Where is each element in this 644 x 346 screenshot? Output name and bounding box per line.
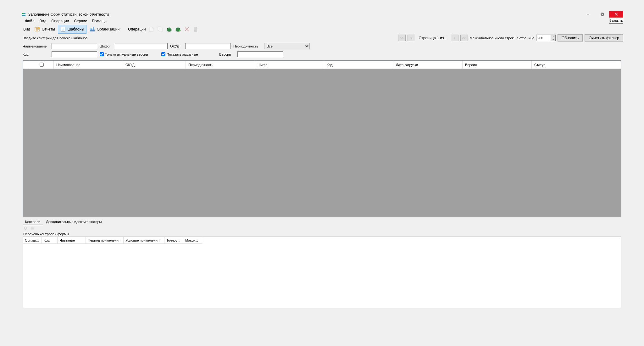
op-new-icon-button[interactable] bbox=[147, 25, 156, 33]
refresh-button[interactable]: Обновить bbox=[558, 34, 583, 42]
bottom-tabs: Контроли Дополнительные идентификаторы bbox=[21, 217, 623, 225]
filter-okud-label: ОКУД bbox=[170, 44, 183, 48]
pager-last-button[interactable]: >> bbox=[460, 35, 468, 41]
menu-help[interactable]: Помощь bbox=[89, 18, 109, 24]
window-title: Заполнение форм статистической отчётност… bbox=[28, 12, 109, 17]
templates-grid: Наименование ОКУД Периодичность Шифр Код… bbox=[23, 60, 621, 217]
toolbar-ops-label: Операции bbox=[127, 27, 147, 31]
toolbar-templates-label: Шаблоны bbox=[68, 27, 84, 31]
filter-version-label: Версия bbox=[219, 53, 235, 56]
filter-row-1: Наименование Шифр ОКУД Периодичность Все bbox=[21, 42, 623, 50]
refresh-controls-icon[interactable] bbox=[23, 226, 28, 231]
max-rows-spinner[interactable]: ▲ ▼ bbox=[536, 35, 556, 41]
pager-page-text: Страница 1 из 1 bbox=[417, 36, 449, 40]
ctrl-col-period[interactable]: Период применения bbox=[86, 237, 124, 244]
op-trash-icon-button[interactable] bbox=[192, 25, 200, 33]
grid-col-version[interactable]: Версия bbox=[463, 61, 532, 69]
grid-col-okud[interactable]: ОКУД bbox=[123, 61, 186, 69]
grid-header: Наименование ОКУД Периодичность Шифр Код… bbox=[23, 61, 621, 69]
svg-rect-2 bbox=[22, 15, 25, 16]
grid-col-blank bbox=[23, 61, 29, 69]
filter-cipher-label: Шифр bbox=[100, 44, 112, 48]
controls-sub-toolbar bbox=[21, 225, 623, 232]
pager-next-button[interactable]: > bbox=[451, 35, 458, 41]
controls-list-label: Перечень контролей формы bbox=[21, 232, 623, 237]
filter-okud-input[interactable] bbox=[185, 43, 231, 49]
orgs-icon bbox=[89, 26, 96, 32]
svg-rect-19 bbox=[159, 28, 162, 32]
svg-rect-12 bbox=[93, 27, 94, 30]
menubar: Файл Вид Операции Сервис Помощь bbox=[21, 18, 623, 24]
grid-col-status[interactable]: Статус bbox=[532, 61, 621, 69]
ctrl-col-required[interactable]: Обязат... bbox=[23, 237, 42, 244]
minimize-button[interactable] bbox=[581, 11, 595, 17]
menu-view[interactable]: Вид bbox=[37, 18, 49, 24]
filter-name-label: Наименование bbox=[23, 44, 49, 48]
svg-rect-16 bbox=[94, 28, 94, 28]
filter-periodicity-select[interactable]: Все bbox=[264, 43, 310, 49]
menu-service[interactable]: Сервис bbox=[71, 18, 89, 24]
maximize-button[interactable] bbox=[595, 11, 609, 17]
filter-version-input[interactable] bbox=[237, 51, 283, 57]
toolbar-orgs-button[interactable]: Организации bbox=[87, 25, 122, 34]
filter-code-label: Код bbox=[23, 53, 49, 56]
controls-grid: Обязат... Код Название Период применения… bbox=[23, 237, 621, 309]
main-window: Заполнение форм статистической отчётност… bbox=[21, 11, 623, 338]
ctrl-col-code[interactable]: Код bbox=[42, 237, 58, 244]
svg-rect-5 bbox=[602, 14, 603, 15]
filter-name-input[interactable] bbox=[52, 43, 97, 49]
tab-controls[interactable]: Контроли bbox=[23, 219, 43, 225]
grid-col-periodicity[interactable]: Периодичность bbox=[186, 61, 255, 69]
grid-col-load-date[interactable]: Дата загрузки bbox=[393, 61, 463, 69]
pager-bar: << < Страница 1 из 1 > >> Максимальное ч… bbox=[398, 34, 623, 42]
op-import-icon-button[interactable] bbox=[165, 25, 173, 33]
ctrl-col-precision[interactable]: Точнос... bbox=[164, 237, 183, 244]
pager-prev-button[interactable]: < bbox=[408, 35, 415, 41]
ctrl-col-condition[interactable]: Условие применения bbox=[124, 237, 164, 244]
filter-cipher-input[interactable] bbox=[115, 43, 168, 49]
filter-row-2: Код Только актуальные версии Показать ар… bbox=[21, 51, 623, 58]
grid-body-empty bbox=[23, 69, 621, 217]
app-icon bbox=[21, 12, 26, 17]
clear-filter-button[interactable]: Очистить фильтр bbox=[585, 34, 623, 42]
svg-rect-25 bbox=[31, 229, 33, 230]
only-actual-label: Только актуальные версии bbox=[105, 53, 148, 56]
print-controls-icon[interactable] bbox=[30, 226, 35, 231]
pager-first-button[interactable]: << bbox=[398, 35, 406, 41]
filter-code-input[interactable] bbox=[52, 51, 97, 57]
grid-col-cipher[interactable]: Шифр bbox=[255, 61, 324, 69]
reports-icon bbox=[34, 26, 41, 32]
toolbar-templates-button[interactable]: Шаблоны bbox=[58, 25, 86, 34]
spin-down-icon[interactable]: ▼ bbox=[551, 38, 555, 41]
toolbar-view-label: Вид bbox=[22, 27, 31, 31]
show-archive-checkbox[interactable]: Показать архивные bbox=[161, 52, 198, 56]
spin-up-icon[interactable]: ▲ bbox=[551, 35, 555, 38]
only-actual-checkbox[interactable]: Только актуальные версии bbox=[100, 52, 148, 56]
titlebar: Заполнение форм статистической отчётност… bbox=[21, 11, 623, 18]
op-delete-icon-button[interactable] bbox=[183, 25, 191, 33]
templates-icon bbox=[60, 26, 66, 32]
op-copy-icon-button[interactable] bbox=[156, 25, 164, 33]
op-export-icon-button[interactable] bbox=[174, 25, 182, 33]
max-rows-input[interactable] bbox=[536, 35, 551, 41]
only-actual-checkbox-input[interactable] bbox=[100, 52, 104, 56]
svg-rect-13 bbox=[91, 28, 91, 29]
menu-file[interactable]: Файл bbox=[23, 18, 37, 24]
close-button[interactable] bbox=[609, 11, 623, 17]
toolbar-orgs-label: Организации bbox=[97, 27, 120, 31]
menu-operations[interactable]: Операции bbox=[49, 18, 71, 24]
toolbar-reports-button[interactable]: Отчёты bbox=[32, 25, 57, 34]
grid-col-code[interactable]: Код bbox=[324, 61, 393, 69]
grid-col-checkbox[interactable] bbox=[29, 61, 54, 69]
show-archive-checkbox-input[interactable] bbox=[161, 52, 165, 56]
toolbar: Вид Отчёты Шаблоны Организации Операции bbox=[21, 24, 623, 34]
criteria-hint: Введите критерии для поиска шаблонов bbox=[21, 36, 89, 41]
svg-rect-11 bbox=[91, 28, 92, 30]
ctrl-col-name[interactable]: Название bbox=[58, 237, 86, 244]
ctrl-col-max[interactable]: Макси... bbox=[183, 237, 202, 244]
tab-extra-ids[interactable]: Дополнительные идентификаторы bbox=[43, 219, 104, 225]
svg-rect-10 bbox=[90, 30, 95, 31]
grid-col-name[interactable]: Наименование bbox=[54, 61, 123, 69]
grid-select-all-checkbox[interactable] bbox=[40, 63, 44, 67]
max-rows-label: Максимальное число строк на странице bbox=[470, 36, 534, 40]
